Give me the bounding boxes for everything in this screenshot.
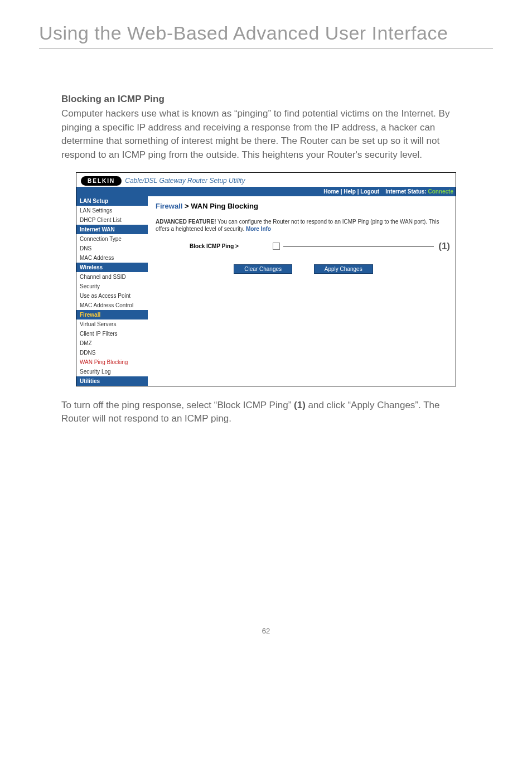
footer-callout-ref: (1)	[294, 400, 306, 410]
sidebar-item[interactable]: MAC Address Control	[76, 301, 148, 310]
sidebar-item[interactable]: Connection Type	[76, 234, 148, 244]
main-panel: Firewall > WAN Ping Blocking ADVANCED FE…	[148, 196, 456, 386]
status-label: Internet Status:	[385, 188, 426, 195]
button-row: Clear Changes Apply Changes	[156, 264, 451, 274]
sidebar-item[interactable]: Client IP Filters	[76, 329, 148, 338]
adv-lead: ADVANCED FEATURE!	[156, 219, 216, 225]
sidebar-item[interactable]: Security	[76, 282, 148, 291]
sidebar-header: Internet WAN	[76, 225, 148, 234]
breadcrumb-page: WAN Ping Blocking	[191, 202, 258, 210]
sidebar-nav: LAN SetupLAN SettingsDHCP Client ListInt…	[76, 196, 148, 386]
figure-header: BELKIN Cable/DSL Gateway Router Setup Ut…	[76, 173, 456, 187]
section-body: Computer hackers use what is known as “p…	[61, 107, 471, 162]
sidebar-item[interactable]: WAN Ping Blocking	[76, 357, 148, 367]
breadcrumb: Firewall > WAN Ping Blocking	[156, 202, 451, 210]
advanced-feature-note: ADVANCED FEATURE! You can configure the …	[156, 218, 451, 233]
block-ping-label: Block ICMP Ping >	[156, 243, 273, 249]
sidebar-item[interactable]: Channel and SSID	[76, 272, 148, 282]
callout-1: (1)	[438, 241, 450, 252]
router-ui-screenshot: BELKIN Cable/DSL Gateway Router Setup Ut…	[76, 172, 456, 386]
topbar-links[interactable]: Home | Help | Logout	[323, 188, 379, 195]
sidebar-header: Firewall	[76, 310, 148, 320]
sidebar-item[interactable]: Use as Access Point	[76, 291, 148, 301]
block-ping-row: Block ICMP Ping > (1)	[156, 241, 451, 252]
sidebar-header: LAN Setup	[76, 196, 148, 206]
breadcrumb-sep: >	[182, 202, 191, 210]
sidebar-item[interactable]: Virtual Servers	[76, 320, 148, 329]
top-status-bar: Home | Help | Logout Internet Status: Co…	[76, 187, 456, 196]
title-rule	[39, 49, 493, 49]
sidebar-item[interactable]: MAC Address	[76, 253, 148, 263]
sidebar-item[interactable]: DMZ	[76, 338, 148, 348]
sidebar-item[interactable]: DDNS	[76, 348, 148, 357]
brand-badge: BELKIN	[81, 176, 122, 186]
page-title: Using the Web-Based Advanced User Interf…	[39, 22, 493, 44]
callout-leader	[283, 246, 434, 246]
clear-changes-button[interactable]: Clear Changes	[234, 264, 292, 274]
sidebar-header: Utilities	[76, 376, 148, 386]
sidebar-header: Wireless	[76, 263, 148, 272]
sidebar-item[interactable]: LAN Settings	[76, 206, 148, 215]
block-ping-checkbox[interactable]	[273, 243, 280, 250]
breadcrumb-root[interactable]: Firewall	[156, 202, 182, 210]
footer-pre: To turn off the ping response, select “B…	[61, 400, 294, 410]
sidebar-item[interactable]: DHCP Client List	[76, 215, 148, 225]
sidebar-item[interactable]: Security Log	[76, 367, 148, 376]
status-value: Connecte	[428, 188, 453, 195]
sidebar-item[interactable]: DNS	[76, 244, 148, 253]
section-heading: Blocking an ICMP Ping	[61, 94, 471, 105]
utility-tagline: Cable/DSL Gateway Router Setup Utility	[125, 177, 245, 185]
apply-changes-button[interactable]: Apply Changes	[314, 264, 373, 274]
more-info-link[interactable]: More Info	[246, 226, 271, 232]
footer-paragraph: To turn off the ping response, select “B…	[61, 399, 471, 426]
page-number: 62	[39, 627, 493, 635]
